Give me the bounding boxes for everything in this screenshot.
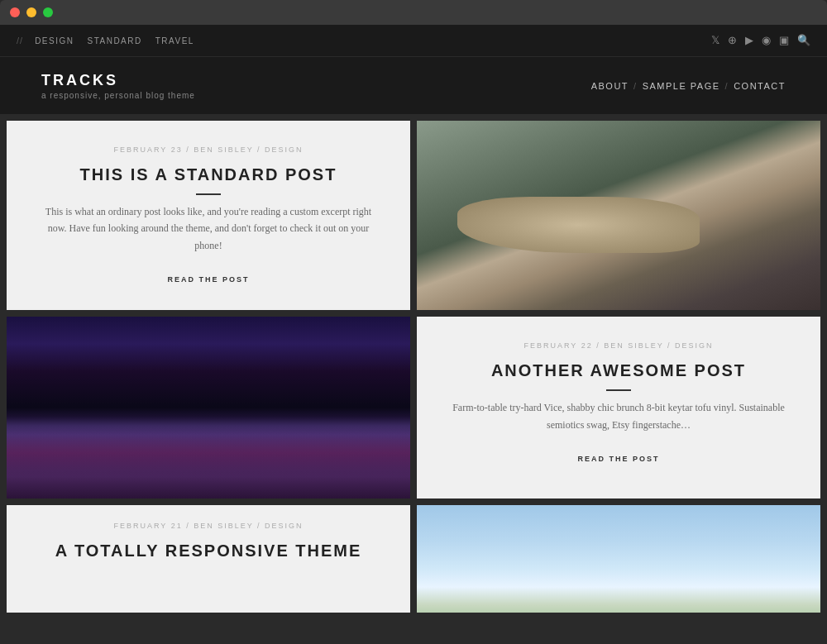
post-card-3: FEBRUARY 21 / BEN SIBLEY / DESIGN A TOTA…	[7, 505, 410, 613]
top-nav-left: // DESIGN STANDARD TRAVEL	[17, 36, 199, 45]
nav-about[interactable]: ABOUT	[591, 81, 629, 91]
nav-separator-1: /	[633, 81, 638, 91]
browser-dot-maximize[interactable]	[43, 7, 53, 17]
post-2-title: ANOTHER AWESOME POST	[450, 360, 787, 381]
post-image-3	[417, 505, 820, 613]
search-icon[interactable]: 🔍	[797, 34, 810, 47]
site-subtitle: a responsive, personal blog theme	[41, 91, 195, 100]
posts-grid: FEBRUARY 23 / BEN SIBLEY / DESIGN THIS I…	[7, 121, 820, 613]
post-2-text: FEBRUARY 22 / BEN SIBLEY / DESIGN ANOTHE…	[417, 317, 820, 489]
site-header: TRACKS a responsive, personal blog theme…	[0, 56, 827, 114]
top-nav-slash: //	[17, 36, 23, 45]
nav-contact[interactable]: CONTACT	[734, 81, 786, 91]
post-card-2: FEBRUARY 22 / BEN SIBLEY / DESIGN ANOTHE…	[417, 317, 820, 499]
post-1-image	[417, 121, 820, 310]
top-nav-item-travel[interactable]: TRAVEL	[155, 36, 194, 45]
top-nav-bar: // DESIGN STANDARD TRAVEL 𝕏 ⊕ ▶ ◉ ▣ 🔍	[0, 25, 827, 56]
site-title: TRACKS	[41, 72, 195, 89]
top-nav-item-design[interactable]: DESIGN	[35, 36, 74, 45]
post-1-text: FEBRUARY 23 / BEN SIBLEY / DESIGN THIS I…	[7, 121, 410, 310]
pinterest-icon[interactable]: ⊕	[728, 34, 737, 47]
nav-separator-2: /	[725, 81, 729, 91]
top-nav-item-standard[interactable]: STANDARD	[87, 36, 141, 45]
site-branding: TRACKS a responsive, personal blog theme	[41, 72, 195, 100]
post-1-title: THIS IS A STANDARD POST	[40, 164, 377, 185]
post-1-excerpt: This is what an ordinary post looks like…	[40, 203, 377, 254]
post-3-meta: FEBRUARY 21 / BEN SIBLEY / DESIGN	[40, 522, 377, 530]
main-navigation: ABOUT / SAMPLE PAGE / CONTACT	[591, 81, 786, 91]
rss-icon[interactable]: ◉	[762, 34, 771, 47]
post-1-divider	[196, 193, 221, 195]
instagram-icon[interactable]: ▣	[779, 34, 789, 47]
nav-sample-page[interactable]: SAMPLE PAGE	[643, 81, 720, 91]
post-2-read-more[interactable]: READ THE POST	[577, 455, 659, 463]
browser-dot-close[interactable]	[10, 7, 20, 17]
vimeo-icon[interactable]: ▶	[745, 34, 753, 47]
post-image-2	[7, 317, 410, 499]
post-3-text: FEBRUARY 21 / BEN SIBLEY / DESIGN A TOTA…	[7, 505, 410, 578]
post-3-image	[417, 505, 820, 613]
post-card-1: FEBRUARY 23 / BEN SIBLEY / DESIGN THIS I…	[7, 121, 410, 310]
post-2-meta: FEBRUARY 22 / BEN SIBLEY / DESIGN	[450, 341, 787, 350]
post-2-divider	[606, 389, 631, 391]
browser-dot-minimize[interactable]	[26, 7, 36, 17]
browser-chrome	[0, 0, 827, 25]
post-image-1	[417, 121, 820, 310]
top-nav-right: 𝕏 ⊕ ▶ ◉ ▣ 🔍	[711, 34, 810, 47]
post-2-image	[7, 317, 410, 499]
main-content: FEBRUARY 23 / BEN SIBLEY / DESIGN THIS I…	[0, 114, 827, 619]
post-3-title: A TOTALLY RESPONSIVE THEME	[40, 540, 377, 561]
post-1-meta: FEBRUARY 23 / BEN SIBLEY / DESIGN	[40, 145, 377, 154]
post-2-excerpt: Farm-to-table try-hard Vice, shabby chic…	[450, 399, 787, 433]
post-1-read-more[interactable]: READ THE POST	[167, 275, 249, 284]
twitter-icon[interactable]: 𝕏	[711, 34, 719, 47]
